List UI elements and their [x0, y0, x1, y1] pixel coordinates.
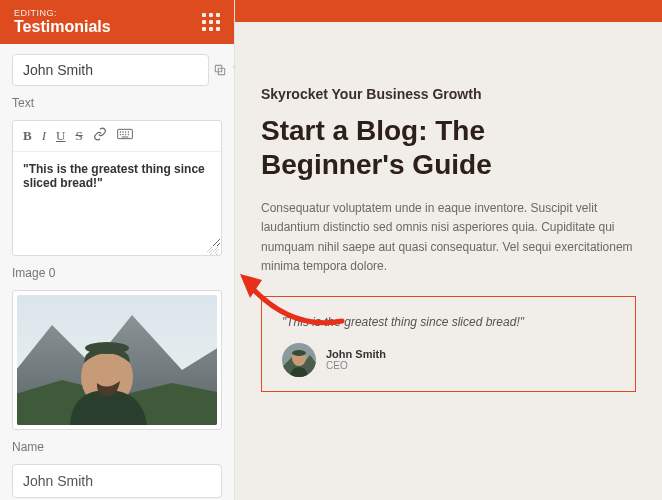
duplicate-button[interactable] [213, 58, 227, 82]
svg-point-5 [125, 132, 126, 133]
title-row [12, 54, 222, 86]
editing-label: EDITING: [14, 8, 111, 18]
app-root: EDITING: Testimonials Text [0, 0, 662, 500]
rte-textarea[interactable]: "This is the greatest thing since sliced… [13, 152, 221, 247]
item-title-input[interactable] [12, 54, 209, 86]
name-field-label: Name [12, 440, 222, 454]
svg-point-10 [128, 134, 129, 135]
eyebrow-text: Skyrocket Your Business Growth [261, 86, 636, 102]
testimonial-card: "This is the greatest thing since sliced… [261, 296, 636, 392]
testimonial-quote: "This is the greatest thing since sliced… [282, 315, 615, 329]
testimonial-photo [17, 295, 217, 425]
sidebar-body: Text B I U S "This is the greatest thing… [0, 44, 234, 500]
module-title: Testimonials [14, 18, 111, 36]
svg-point-7 [120, 134, 121, 135]
keyboard-icon [117, 128, 133, 140]
author-role: CEO [326, 360, 386, 371]
copy-icon [213, 63, 227, 77]
preview-pane: Skyrocket Your Business Growth Start a B… [235, 0, 662, 500]
trash-icon [231, 63, 234, 77]
sidebar-header-title-group: EDITING: Testimonials [14, 8, 111, 36]
link-icon [93, 127, 107, 141]
rte-toolbar: B I U S [13, 121, 221, 152]
resize-handle-icon[interactable] [207, 247, 219, 255]
author-name: John Smith [326, 348, 386, 360]
image-upload-field[interactable] [12, 290, 222, 430]
svg-point-14 [85, 342, 129, 354]
svg-point-6 [128, 132, 129, 133]
strike-button[interactable]: S [75, 128, 82, 144]
delete-button[interactable] [231, 58, 234, 82]
italic-button[interactable]: I [42, 128, 46, 144]
svg-point-4 [122, 132, 123, 133]
avatar [282, 343, 316, 377]
text-field-label: Text [12, 96, 222, 110]
name-input[interactable] [12, 464, 222, 498]
link-button[interactable] [93, 127, 107, 145]
underline-button[interactable]: U [56, 128, 65, 144]
svg-point-9 [125, 134, 126, 135]
sidebar-header: EDITING: Testimonials [0, 0, 234, 44]
lede-paragraph: Consequatur voluptatem unde in eaque inv… [261, 199, 636, 276]
preview-top-bar [235, 0, 662, 22]
editor-sidebar: EDITING: Testimonials Text [0, 0, 235, 500]
image-preview [17, 295, 217, 425]
bold-button[interactable]: B [23, 128, 32, 144]
avatar-image [282, 343, 316, 377]
headline: Start a Blog: The Beginner's Guide [261, 114, 636, 181]
svg-point-8 [122, 134, 123, 135]
image-field-label: Image 0 [12, 266, 222, 280]
preview-content: Skyrocket Your Business Growth Start a B… [261, 40, 636, 392]
rich-text-editor: B I U S "This is the greatest thing sinc… [12, 120, 222, 256]
author-text: John Smith CEO [326, 348, 386, 371]
keyboard-button[interactable] [117, 128, 133, 144]
testimonial-author: John Smith CEO [282, 343, 615, 377]
drag-handle-icon[interactable] [202, 13, 220, 31]
svg-point-17 [292, 350, 306, 356]
svg-point-3 [120, 132, 121, 133]
